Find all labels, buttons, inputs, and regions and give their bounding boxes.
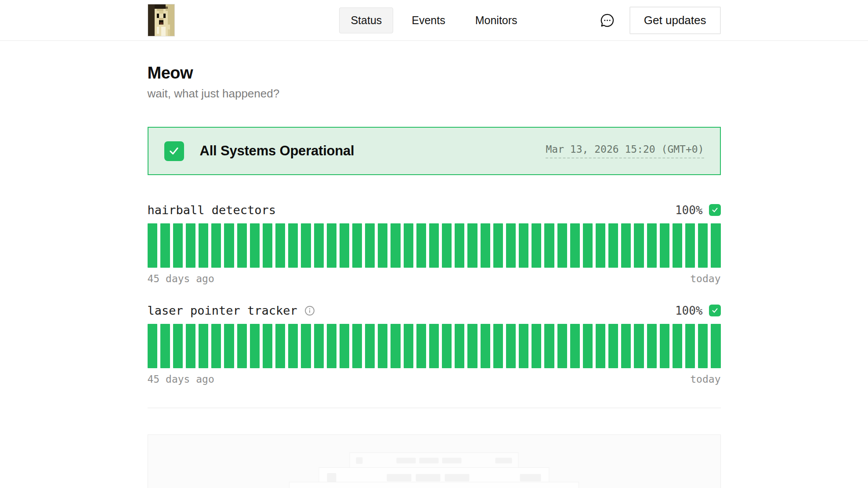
uptime-bar[interactable]	[250, 324, 260, 368]
uptime-bar[interactable]	[173, 324, 183, 368]
status-timestamp[interactable]: Mar 13, 2026 15:20 (GMT+0)	[546, 144, 704, 158]
uptime-bar[interactable]	[583, 223, 593, 268]
uptime-bar[interactable]	[583, 324, 593, 368]
uptime-bar[interactable]	[352, 324, 362, 368]
uptime-bar[interactable]	[429, 324, 439, 368]
uptime-bar[interactable]	[314, 324, 324, 368]
uptime-bar[interactable]	[404, 324, 413, 368]
uptime-bar[interactable]	[378, 223, 387, 268]
uptime-bar[interactable]	[532, 223, 541, 268]
uptime-bar[interactable]	[519, 324, 528, 368]
uptime-bar[interactable]	[416, 324, 426, 368]
uptime-bar[interactable]	[237, 223, 247, 268]
uptime-bar[interactable]	[467, 324, 477, 368]
uptime-bar[interactable]	[596, 324, 605, 368]
uptime-bar[interactable]	[634, 324, 644, 368]
uptime-bar[interactable]	[570, 324, 580, 368]
uptime-bar[interactable]	[455, 324, 464, 368]
uptime-bar[interactable]	[711, 223, 720, 268]
uptime-bar[interactable]	[519, 223, 528, 268]
uptime-bar[interactable]	[148, 223, 157, 268]
uptime-bar[interactable]	[596, 223, 605, 268]
uptime-bar[interactable]	[685, 223, 695, 268]
uptime-bar[interactable]	[314, 223, 324, 268]
uptime-bar[interactable]	[173, 223, 183, 268]
uptime-bar[interactable]	[493, 223, 503, 268]
uptime-bar[interactable]	[365, 324, 375, 368]
uptime-bar[interactable]	[481, 324, 490, 368]
uptime-bar[interactable]	[378, 324, 387, 368]
uptime-bar[interactable]	[288, 324, 298, 368]
tab-monitors[interactable]: Monitors	[464, 7, 529, 33]
uptime-bar[interactable]	[327, 223, 336, 268]
uptime-bar[interactable]	[199, 324, 208, 368]
uptime-bar[interactable]	[698, 324, 708, 368]
uptime-bar[interactable]	[544, 324, 554, 368]
uptime-bar[interactable]	[557, 324, 567, 368]
uptime-bar[interactable]	[404, 223, 413, 268]
uptime-bar[interactable]	[237, 324, 247, 368]
uptime-bar[interactable]	[288, 223, 298, 268]
uptime-bar[interactable]	[711, 324, 720, 368]
uptime-bar[interactable]	[506, 324, 516, 368]
uptime-bar[interactable]	[673, 324, 682, 368]
uptime-bar[interactable]	[621, 223, 631, 268]
uptime-bar[interactable]	[506, 223, 516, 268]
uptime-bar[interactable]	[340, 324, 349, 368]
uptime-bar[interactable]	[160, 324, 170, 368]
uptime-bar[interactable]	[352, 223, 362, 268]
uptime-bar[interactable]	[455, 223, 464, 268]
uptime-bar[interactable]	[544, 223, 554, 268]
uptime-bar[interactable]	[660, 223, 669, 268]
uptime-bar[interactable]	[698, 223, 708, 268]
uptime-bar[interactable]	[685, 324, 695, 368]
uptime-bar[interactable]	[148, 324, 157, 368]
uptime-bar[interactable]	[275, 223, 285, 268]
uptime-bar[interactable]	[608, 324, 618, 368]
uptime-bar[interactable]	[224, 324, 234, 368]
tab-status[interactable]: Status	[339, 7, 393, 33]
uptime-bar[interactable]	[429, 223, 439, 268]
feedback-chat-button[interactable]	[599, 12, 615, 29]
uptime-bar[interactable]	[199, 223, 208, 268]
uptime-bar[interactable]	[532, 324, 541, 368]
uptime-bar[interactable]	[340, 223, 349, 268]
uptime-bar[interactable]	[557, 223, 567, 268]
uptime-bar[interactable]	[263, 223, 272, 268]
uptime-bar[interactable]	[416, 223, 426, 268]
uptime-bar[interactable]	[365, 223, 375, 268]
uptime-bar[interactable]	[186, 324, 195, 368]
uptime-bar[interactable]	[570, 223, 580, 268]
uptime-bar[interactable]	[186, 223, 195, 268]
uptime-bar[interactable]	[224, 223, 234, 268]
tab-events[interactable]: Events	[400, 7, 456, 33]
top-bar: Status Events Monitors Get updates	[0, 0, 868, 41]
uptime-bar[interactable]	[327, 324, 336, 368]
uptime-bar[interactable]	[673, 223, 682, 268]
uptime-bar[interactable]	[608, 223, 618, 268]
get-updates-button[interactable]: Get updates	[629, 7, 721, 34]
uptime-bar[interactable]	[481, 223, 490, 268]
uptime-bar[interactable]	[634, 223, 644, 268]
uptime-bar[interactable]	[493, 324, 503, 368]
uptime-bar[interactable]	[391, 324, 400, 368]
uptime-bar[interactable]	[647, 324, 657, 368]
info-icon[interactable]	[304, 305, 315, 316]
uptime-bar[interactable]	[391, 223, 400, 268]
uptime-bar[interactable]	[301, 223, 311, 268]
uptime-bar[interactable]	[467, 223, 477, 268]
uptime-bar[interactable]	[211, 324, 221, 368]
uptime-bar[interactable]	[647, 223, 657, 268]
uptime-bar[interactable]	[211, 223, 221, 268]
monitor-name: hairball detectors	[148, 203, 276, 217]
site-logo[interactable]	[148, 4, 175, 36]
uptime-bar[interactable]	[263, 324, 272, 368]
uptime-bar[interactable]	[621, 324, 631, 368]
uptime-bar[interactable]	[275, 324, 285, 368]
uptime-bar[interactable]	[442, 324, 452, 368]
uptime-bar[interactable]	[301, 324, 311, 368]
uptime-bar[interactable]	[160, 223, 170, 268]
uptime-bar[interactable]	[250, 223, 260, 268]
uptime-bar[interactable]	[442, 223, 452, 268]
uptime-bar[interactable]	[660, 324, 669, 368]
